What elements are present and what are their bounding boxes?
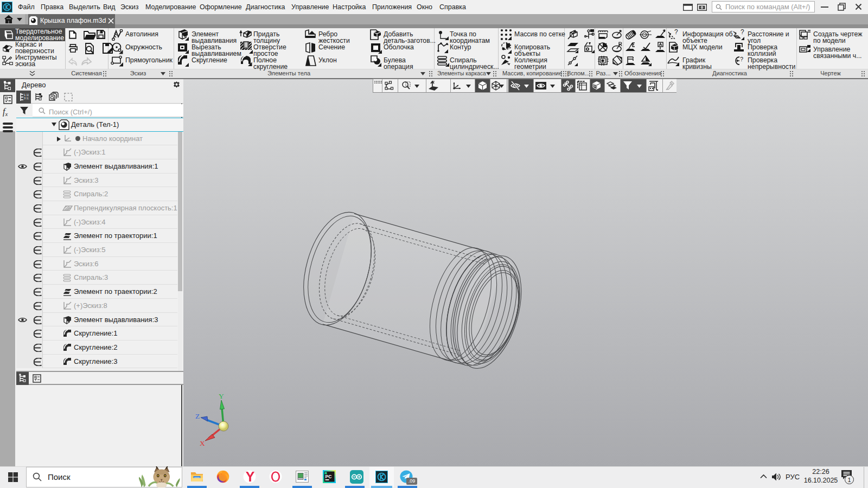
svg-text:3 12: 3 12	[24, 97, 29, 100]
svg-text:Z: Z	[195, 412, 200, 420]
svg-text:Y: Y	[219, 392, 224, 400]
svg-text:?: ?	[741, 29, 744, 36]
svg-text:?: ?	[674, 29, 678, 36]
svg-text:?: ?	[740, 56, 743, 62]
svg-text:PC: PC	[326, 474, 332, 479]
svg-text:X: X	[200, 439, 205, 447]
